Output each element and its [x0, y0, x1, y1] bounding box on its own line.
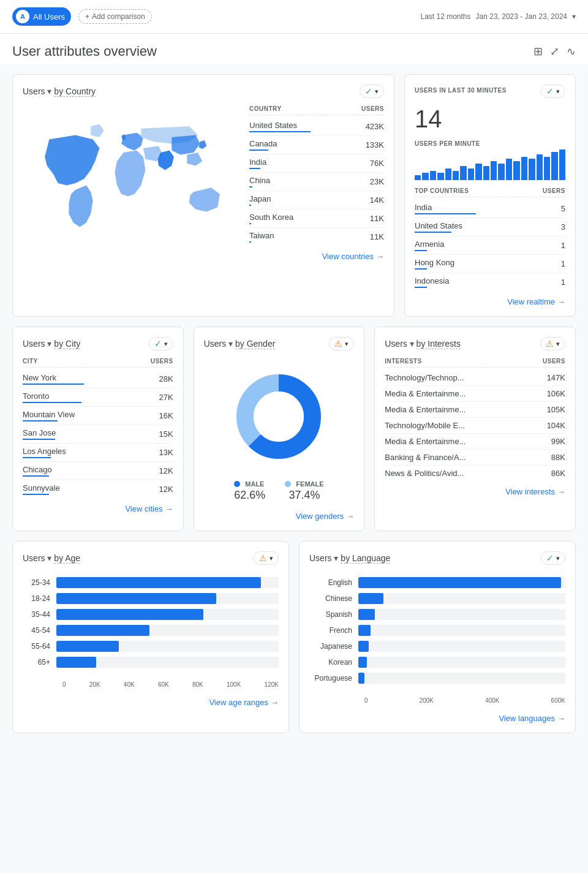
hbar-fill: [358, 577, 561, 588]
hbar-fill: [358, 609, 375, 620]
row-label-container: Technology/Technop...: [385, 373, 464, 382]
warning-icon: ⚠: [259, 553, 267, 563]
view-age-link[interactable]: View age ranges →: [23, 698, 279, 707]
row-label-container: San Jose: [23, 428, 56, 440]
row-value: 23K: [370, 177, 384, 186]
hbar-track: [56, 641, 279, 652]
row-label: Los Angeles: [23, 447, 66, 456]
axis-label: 0: [364, 697, 368, 704]
axis-label: 100K: [227, 681, 241, 688]
row-label-container: Indonesia: [415, 276, 449, 288]
table-icon[interactable]: ⊞: [533, 45, 543, 58]
axis-label: 200K: [420, 697, 434, 704]
row-label-container: India: [249, 157, 266, 169]
hbar-label: 45-54: [23, 626, 56, 635]
row-value: 11K: [370, 232, 384, 241]
row-label-container: Canada: [249, 139, 277, 151]
user-avatar: A: [16, 10, 29, 23]
row-value: 13K: [159, 448, 173, 457]
country-table: COUNTRY USERS United States 423K Canada …: [249, 105, 384, 261]
row-value: 3: [561, 222, 565, 232]
row-label: Mountain View: [23, 410, 75, 419]
view-countries-link[interactable]: View countries →: [249, 252, 384, 261]
realtime-status-chip[interactable]: ✓ ▾: [541, 85, 565, 98]
all-users-chip[interactable]: A All Users: [12, 7, 71, 26]
donut-legend: MALE 62.6% FEMALE 37.4%: [204, 480, 355, 502]
warning-icon: ⚠: [334, 339, 342, 349]
hbar-fill: [56, 641, 119, 652]
view-genders-link[interactable]: View genders →: [204, 512, 355, 521]
share-icon[interactable]: ⤢: [550, 45, 559, 58]
main-content: Users ▾ by Country ✓ ▾: [0, 64, 588, 743]
row-label: Media & Entertainme...: [385, 437, 466, 446]
row-value: 423K: [366, 122, 384, 131]
row-value: 1: [561, 278, 565, 287]
row-label: News & Politics/Avid...: [385, 469, 464, 478]
hbar-fill: [56, 625, 149, 636]
view-languages-link[interactable]: View languages →: [309, 714, 565, 723]
row-label: New York: [23, 373, 84, 382]
hbar-fill: [56, 657, 96, 668]
table-row: Chicago 12K: [23, 462, 173, 480]
interests-status-chip[interactable]: ⚠ ▾: [540, 337, 565, 350]
world-map-svg: [23, 122, 242, 244]
axis-label: 20K: [89, 681, 100, 688]
interests-card-title: Users ▾ by Interests: [385, 339, 461, 349]
row-bar: [249, 168, 260, 169]
mini-bar: [445, 168, 451, 180]
date-range: Jan 23, 2023 - Jan 23, 2024: [476, 12, 567, 21]
row-bar: [415, 250, 427, 251]
add-comparison-label: Add comparison: [92, 12, 145, 21]
axis-label: 400K: [485, 697, 499, 704]
country-card-title: Users ▾ by Country: [23, 86, 96, 96]
row-label-container: South Korea: [249, 213, 293, 224]
dropdown-icon: ▾: [375, 88, 379, 96]
row-value: 104K: [547, 421, 565, 430]
row-label: Taiwan: [249, 231, 274, 240]
add-comparison-button[interactable]: + Add comparison: [78, 9, 152, 24]
table-row: Indonesia 1: [415, 273, 565, 291]
arrow-right-icon: →: [557, 487, 565, 496]
mid-row: Users ▾ by City ✓ ▾ CITY USERS New York: [12, 327, 576, 531]
country-status-chip[interactable]: ✓ ▾: [360, 85, 384, 98]
date-dropdown-icon[interactable]: ▾: [572, 12, 576, 21]
dropdown-icon: ▾: [164, 340, 168, 348]
age-bar-row: 65+: [23, 657, 279, 668]
country-col-header: COUNTRY USERS: [249, 105, 384, 115]
hbar-label: 55-64: [23, 642, 56, 651]
all-users-label: All Users: [33, 12, 65, 21]
row-value: 27K: [159, 393, 173, 402]
check-icon: ✓: [546, 86, 554, 96]
age-status-chip[interactable]: ⚠ ▾: [254, 551, 279, 565]
row-bar: [23, 475, 49, 477]
country-rows: United States 423K Canada 133K India 76K…: [249, 118, 384, 246]
hbar-label: 18-24: [23, 594, 56, 603]
hbar-fill: [358, 593, 383, 604]
lang-bar-row: Chinese: [309, 593, 565, 604]
arrow-right-icon: →: [165, 504, 173, 513]
table-row: Sunnyvale 12K: [23, 480, 173, 498]
row-bar: [249, 205, 251, 206]
view-interests-link[interactable]: View interests →: [385, 487, 565, 496]
hbar-track: [358, 625, 565, 636]
arrow-right-icon: →: [346, 512, 354, 521]
language-status-chip[interactable]: ✓ ▾: [541, 551, 565, 565]
view-realtime-link[interactable]: View realtime →: [415, 297, 565, 306]
hbar-track: [56, 657, 279, 668]
check-icon: ✓: [154, 339, 162, 349]
row-value: 28K: [159, 374, 173, 384]
lang-bar-row: Portuguese: [309, 673, 565, 684]
mini-bar: [529, 159, 535, 180]
trend-icon[interactable]: ∿: [567, 45, 576, 58]
mini-bar-chart: [415, 149, 565, 180]
view-cities-link[interactable]: View cities →: [23, 504, 173, 513]
city-status-chip[interactable]: ✓ ▾: [149, 337, 173, 350]
mini-bar: [491, 161, 497, 180]
row-value: 12K: [159, 466, 173, 475]
mini-bar: [468, 168, 474, 180]
hbar-fill: [358, 657, 367, 668]
age-bar-row: 55-64: [23, 641, 279, 652]
age-axis: 020K40K60K80K100K120K: [23, 681, 279, 688]
mini-bar: [415, 175, 421, 180]
gender-status-chip[interactable]: ⚠ ▾: [329, 337, 354, 350]
